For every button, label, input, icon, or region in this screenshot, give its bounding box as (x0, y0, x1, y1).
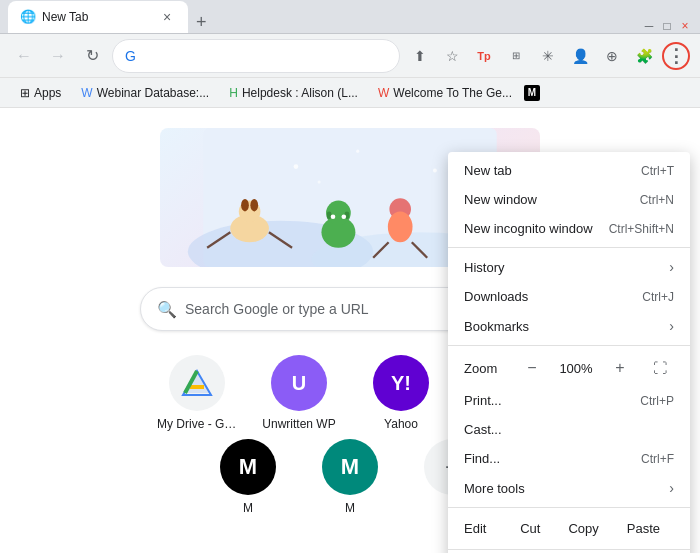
svg-point-24 (318, 181, 321, 184)
find-label: Find... (464, 451, 625, 466)
profile-button[interactable]: 👤 (566, 42, 594, 70)
fullscreen-button[interactable]: ⛶ (646, 354, 674, 382)
chrome-menu: New tab Ctrl+T New window Ctrl+N New inc… (448, 152, 690, 553)
svg-point-13 (331, 214, 336, 219)
cut-button[interactable]: Cut (506, 514, 554, 543)
shortcut-wp[interactable]: U Unwritten WP (254, 355, 344, 431)
svg-point-22 (356, 150, 359, 153)
title-bar: 🌐 New Tab × + ─ □ × (0, 0, 700, 34)
toolbar: ← → ↻ G ⬆ ☆ Tp ⊞ ✳ 👤 ⊕ 🧩 ⋮ (0, 34, 700, 78)
more-options-button[interactable]: ⋮ (662, 42, 690, 70)
shortcut-label-m2: M (345, 501, 355, 515)
svg-rect-11 (327, 211, 332, 219)
svg-point-6 (250, 199, 258, 211)
menu-item-bookmarks[interactable]: Bookmarks › (448, 311, 690, 341)
shortcut-m2[interactable]: M M (305, 439, 395, 515)
menu-item-new-tab[interactable]: New tab Ctrl+T (448, 156, 690, 185)
svg-point-18 (388, 211, 413, 242)
downloads-label: Downloads (464, 289, 626, 304)
new-tab-button[interactable]: + (188, 12, 215, 33)
bookmark-label-2: Helpdesk : Alison (L... (242, 86, 358, 100)
zoom-controls: − 100% + ⛶ (518, 354, 674, 382)
zoom-percent: 100% (558, 361, 594, 376)
apps-grid-icon: ⊞ (20, 86, 30, 100)
menu-item-downloads[interactable]: Downloads Ctrl+J (448, 282, 690, 311)
menu-divider-4 (448, 549, 690, 550)
address-security-icon: G (125, 48, 136, 64)
shortcut-icon-m2: M (322, 439, 378, 495)
active-tab[interactable]: 🌐 New Tab × (8, 1, 188, 33)
history-label: History (464, 260, 661, 275)
share-button[interactable]: ⬆ (406, 42, 434, 70)
extension-button-2[interactable]: ⊞ (502, 42, 530, 70)
bookmark-button[interactable]: ☆ (438, 42, 466, 70)
bookmark-favicon-3: W (378, 86, 389, 100)
bookmark-webinar[interactable]: W Webinar Database:... (73, 84, 217, 102)
more-tools-label: More tools (464, 481, 661, 496)
edit-row: Edit Cut Copy Paste (448, 512, 690, 545)
print-label: Print... (464, 393, 624, 408)
search-icon: 🔍 (157, 300, 177, 319)
bookmarks-bar: ⊞ Apps W Webinar Database:... H Helpdesk… (0, 78, 700, 108)
minimize-button[interactable]: ─ (642, 19, 656, 33)
history-arrow-icon: › (669, 259, 674, 275)
bookmark-welcome[interactable]: W Welcome To The Ge... (370, 84, 520, 102)
refresh-button[interactable]: ↻ (78, 42, 106, 70)
copy-button[interactable]: Copy (554, 514, 612, 543)
new-window-shortcut: Ctrl+N (640, 193, 674, 207)
zoom-out-button[interactable]: − (518, 354, 546, 382)
shortcut-medium[interactable]: M M (203, 439, 293, 515)
menu-item-cast[interactable]: Cast... (448, 415, 690, 444)
forward-button[interactable]: → (44, 42, 72, 70)
shortcut-icon-yahoo: Y! (373, 355, 429, 411)
shortcut-label-yahoo: Yahoo (384, 417, 418, 431)
shortcut-yahoo[interactable]: Y! Yahoo (356, 355, 446, 431)
apps-label: Apps (34, 86, 61, 100)
shortcut-label-medium: M (243, 501, 253, 515)
extension-button-3[interactable]: ✳ (534, 42, 562, 70)
print-shortcut: Ctrl+P (640, 394, 674, 408)
new-tab-shortcut: Ctrl+T (641, 164, 674, 178)
extension-button-5[interactable]: 🧩 (630, 42, 658, 70)
bookmark-label-1: Webinar Database:... (97, 86, 210, 100)
apps-button[interactable]: ⊞ Apps (12, 84, 69, 102)
toolbar-icons: ⬆ ☆ Tp ⊞ ✳ 👤 ⊕ 🧩 ⋮ (406, 42, 690, 70)
menu-item-print[interactable]: Print... Ctrl+P (448, 386, 690, 415)
svg-point-21 (294, 164, 299, 169)
bookmark-helpdesk[interactable]: H Helpdesk : Alison (L... (221, 84, 366, 102)
shortcut-icon-medium: M (220, 439, 276, 495)
main-content-wrapper: 🔍 Search Google or type a URL My Drive -… (0, 108, 700, 515)
menu-item-incognito[interactable]: New incognito window Ctrl+Shift+N (448, 214, 690, 243)
tp-extension-button[interactable]: Tp (470, 42, 498, 70)
more-tools-arrow-icon: › (669, 480, 674, 496)
menu-item-find[interactable]: Find... Ctrl+F (448, 444, 690, 473)
svg-point-14 (342, 214, 347, 219)
address-bar[interactable]: G (112, 39, 400, 73)
cast-label: Cast... (464, 422, 674, 437)
extension-button-4[interactable]: ⊕ (598, 42, 626, 70)
menu-item-history[interactable]: History › (448, 252, 690, 282)
menu-item-new-window[interactable]: New window Ctrl+N (448, 185, 690, 214)
tab-title: New Tab (42, 10, 88, 24)
new-window-label: New window (464, 192, 624, 207)
bookmark-label-3: Welcome To The Ge... (393, 86, 512, 100)
bookmark-favicon-1: W (81, 86, 92, 100)
menu-item-more-tools[interactable]: More tools › (448, 473, 690, 503)
zoom-row: Zoom − 100% + ⛶ (448, 350, 690, 386)
tab-close-button[interactable]: × (158, 8, 176, 26)
find-shortcut: Ctrl+F (641, 452, 674, 466)
menu-divider-1 (448, 247, 690, 248)
zoom-label: Zoom (464, 361, 510, 376)
bookmark-favicon-2: H (229, 86, 238, 100)
bookmark-favicon-4[interactable]: M (524, 85, 540, 101)
paste-button[interactable]: Paste (613, 514, 674, 543)
shortcut-icon-drive (169, 355, 225, 411)
back-button[interactable]: ← (10, 42, 38, 70)
shortcut-drive[interactable]: My Drive - Go... (152, 355, 242, 431)
shortcut-icon-wp: U (271, 355, 327, 411)
search-placeholder: Search Google or type a URL (185, 301, 369, 317)
maximize-button[interactable]: □ (660, 19, 674, 33)
shortcut-label-wp: Unwritten WP (262, 417, 335, 431)
close-window-button[interactable]: × (678, 19, 692, 33)
zoom-in-button[interactable]: + (606, 354, 634, 382)
